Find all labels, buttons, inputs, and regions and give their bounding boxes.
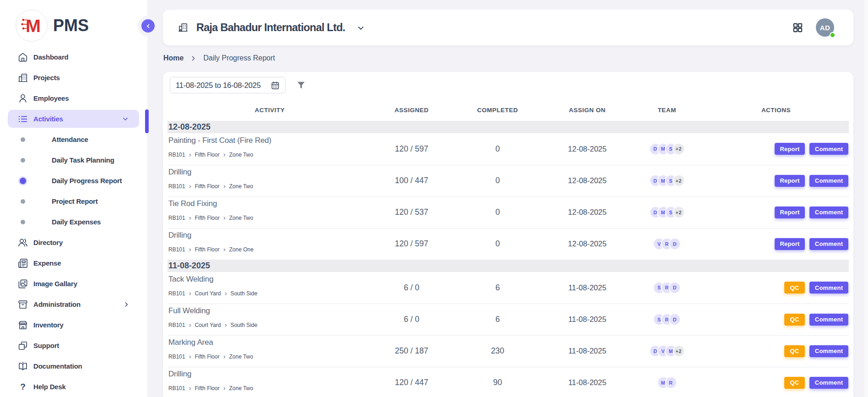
chevron-right-icon: [123, 301, 130, 308]
comment-button[interactable]: Comment: [809, 314, 848, 326]
qc-button[interactable]: QC: [784, 377, 805, 389]
sidebar-item-inventory[interactable]: Inventory: [0, 315, 147, 335]
sidebar-scrollbar-thumb[interactable]: [145, 109, 149, 133]
bullet-dot-icon: [20, 178, 26, 184]
activity-name: Drilling: [168, 370, 372, 379]
team-member-avatar[interactable]: D: [669, 282, 681, 294]
comment-button[interactable]: Comment: [809, 345, 848, 357]
chevron-left-icon: [145, 23, 151, 29]
chevron-right-icon: [188, 248, 192, 252]
activity-name: Tack Welding: [168, 275, 372, 284]
qc-button[interactable]: QC: [784, 345, 805, 357]
table-row: Drilling RB101Fifth FloorZone Two 120 / …: [167, 367, 849, 397]
bullet-dot-icon: [21, 220, 25, 224]
users-icon: [18, 238, 28, 248]
chevron-right-icon: [188, 153, 192, 157]
logo: M PMS: [0, 0, 147, 42]
newspaper-icon: [18, 258, 28, 268]
activity-name: Drilling: [168, 231, 372, 240]
team-more-badge[interactable]: +2: [673, 143, 685, 155]
assign-on-value: 11-08-2025: [544, 272, 631, 304]
online-status-dot: [830, 32, 836, 38]
sidebar-collapse-halo: [138, 16, 159, 37]
sidebar-item-project-report[interactable]: Project Report: [0, 191, 147, 212]
comment-button[interactable]: Comment: [809, 377, 848, 389]
sidebar-item-label: Project Report: [52, 197, 98, 205]
qc-button[interactable]: QC: [784, 314, 805, 326]
user-avatar[interactable]: AD: [816, 18, 834, 37]
comment-button[interactable]: Comment: [809, 282, 848, 294]
activity-cell: Full Welding RB101Court YardSouth Side: [167, 304, 372, 335]
location-segment: South Side: [231, 322, 258, 328]
sidebar-item-label: Employees: [33, 94, 69, 102]
report-button[interactable]: Report: [775, 175, 805, 187]
date-range-input[interactable]: 11-08-2025 to 16-08-2025: [170, 77, 286, 93]
team-cell: SRD: [631, 304, 703, 335]
chevron-right-icon: [224, 292, 228, 296]
sidebar-collapse-button[interactable]: [141, 19, 155, 33]
store-icon: [18, 320, 28, 330]
table-row: Drilling RB101Fifth FloorZone Two 100 / …: [167, 165, 849, 196]
comment-button[interactable]: Comment: [809, 143, 848, 155]
comment-button[interactable]: Comment: [809, 238, 848, 250]
team-more-badge[interactable]: +2: [673, 345, 685, 357]
table-row: Tie Rod Fixing RB101Fifth FloorZone Two …: [167, 196, 849, 228]
topbar-actions: AD: [793, 10, 834, 45]
location-segment: RB101: [168, 322, 185, 328]
sidebar-item-expense[interactable]: Expense: [0, 253, 147, 273]
location-segment: RB101: [168, 385, 185, 392]
activity-cell: Drilling RB101Fifth FloorZone One: [167, 228, 372, 260]
sidebar-item-support[interactable]: Support: [0, 335, 147, 356]
apps-grid-icon[interactable]: [793, 22, 803, 33]
team-member-avatar[interactable]: D: [669, 238, 681, 250]
sidebar-item-attendance[interactable]: Attendance: [0, 129, 147, 150]
sidebar-item-projects[interactable]: Projects: [0, 67, 147, 88]
location-segment: Court Yard: [195, 290, 221, 297]
sidebar-item-dashboard[interactable]: Dashboard: [0, 47, 147, 67]
sidebar-item-daily-progress-report[interactable]: Daily Progress Report: [0, 170, 147, 191]
activity-cell: Painting - First Coat (Fire Red) RB101Fi…: [167, 133, 372, 165]
chevron-down-icon: [356, 24, 365, 33]
location-segment: Court Yard: [195, 322, 221, 328]
assign-on-value: 11-08-2025: [544, 304, 631, 335]
completed-value: 6: [451, 304, 544, 335]
location-segment: RB101: [168, 290, 185, 297]
copy-icon: [18, 341, 28, 351]
team-member-avatar[interactable]: R: [665, 376, 677, 389]
team-more-badge[interactable]: +2: [673, 174, 685, 187]
completed-value: 90: [451, 367, 544, 397]
qc-button[interactable]: QC: [784, 282, 805, 294]
team-more-badge[interactable]: +2: [673, 206, 685, 218]
sidebar-item-daily-task-planning[interactable]: Daily Task Planning: [0, 150, 147, 170]
breadcrumb-home-link[interactable]: Home: [163, 54, 183, 62]
filter-icon[interactable]: [296, 80, 306, 90]
assign-on-value: 12-08-2025: [544, 133, 631, 165]
activity-name: Marking Area: [168, 338, 372, 347]
report-button[interactable]: Report: [775, 207, 805, 218]
location-segment: RB101: [168, 152, 185, 158]
team-avatars: DMS+2: [631, 206, 703, 218]
sidebar-item-employees[interactable]: Employees: [0, 88, 147, 109]
main-area: Raja Bahadur International Ltd. AD Home …: [147, 0, 868, 397]
sidebar-item-documentation[interactable]: Documentation: [0, 356, 147, 376]
sidebar-item-directory[interactable]: Directory: [0, 232, 147, 253]
sidebar-item-daily-expenses[interactable]: Daily Expenses: [0, 212, 147, 232]
chevron-right-icon: [222, 185, 226, 189]
sidebar-item-activities[interactable]: Activities: [0, 109, 147, 129]
sidebar-item-administration[interactable]: Administration: [0, 294, 147, 315]
sidebar-item-help-desk[interactable]: ?Help Desk: [0, 376, 147, 397]
sidebar-item-image-gallary[interactable]: Image Gallary: [0, 273, 147, 294]
page-scrollbar-track[interactable]: [864, 0, 868, 397]
question-icon: ?: [18, 382, 28, 392]
location-segment: Zone Two: [229, 215, 253, 221]
comment-button[interactable]: Comment: [809, 175, 848, 187]
home-icon: [18, 52, 28, 62]
comment-button[interactable]: Comment: [809, 207, 848, 218]
col-header-activity: ACTIVITY: [167, 93, 372, 121]
company-selector[interactable]: Raja Bahadur International Ltd.: [178, 10, 365, 45]
team-member-avatar[interactable]: D: [669, 313, 681, 326]
activity-name: Painting - First Coat (Fire Red): [168, 136, 372, 145]
report-button[interactable]: Report: [775, 238, 805, 250]
sidebar-item-label: Documentation: [33, 362, 82, 370]
report-button[interactable]: Report: [775, 143, 805, 155]
